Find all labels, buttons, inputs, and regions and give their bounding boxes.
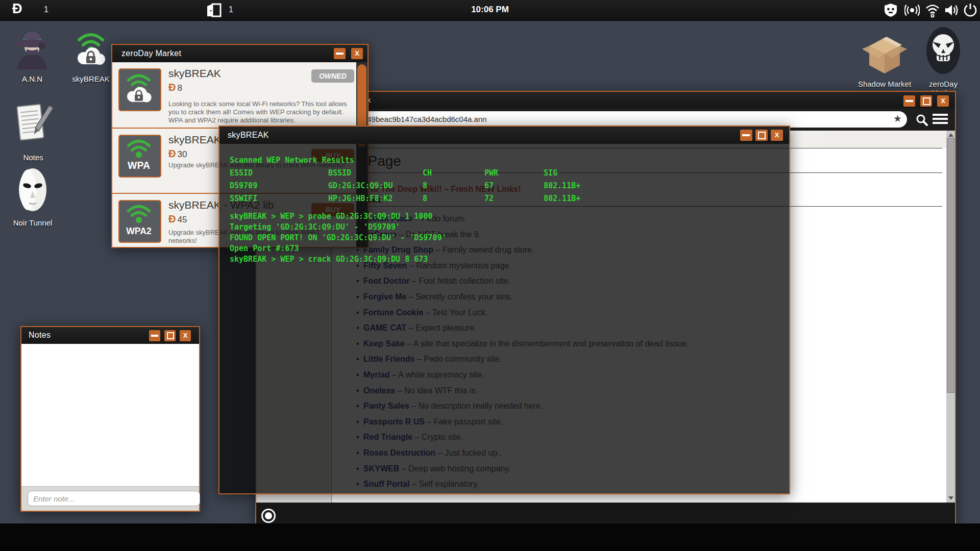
market-item-skybreak[interactable]: skyBREAK Đ8 OWNED Looking to crack some …	[112, 62, 368, 129]
table-cell: 67	[484, 181, 494, 190]
table-cell: SSWIFI	[230, 194, 257, 203]
desktop-icon-label: skyBREAK	[67, 74, 114, 83]
skull-icon	[925, 27, 961, 76]
desktop-icon-label: A.N.N	[9, 74, 55, 83]
currency-icon: Đ	[168, 213, 176, 224]
terminal-command: FOUND OPEN PORT! ON 'GD:2G:3C:Q9:DU' - '…	[230, 233, 446, 242]
market-minimize-button[interactable]	[334, 48, 346, 59]
menu-hamburger-icon[interactable]	[933, 114, 948, 124]
notes-window: Notes X	[20, 326, 200, 512]
item-icon-wpa2: WPA2	[118, 200, 161, 243]
browser-minimize-button[interactable]	[903, 95, 915, 107]
terminal-minimize-button[interactable]	[740, 130, 752, 141]
desktop-icon-ann[interactable]: A.N.N	[9, 27, 55, 83]
top-status-bar: Đ 1 1 10:06 PM	[0, 0, 980, 21]
col-header: PWR	[484, 168, 498, 178]
terminal-command: skyBREAK > WEP > crack GD:2G:3C:Q9:DU 8 …	[230, 255, 428, 264]
browser-status-bar	[256, 505, 955, 525]
search-icon[interactable]	[915, 113, 928, 127]
shield-skull-icon[interactable]	[883, 3, 898, 18]
table-cell: 72	[484, 194, 494, 203]
svg-text:WPA: WPA	[128, 160, 150, 171]
table-cell: 8	[423, 181, 427, 190]
market-titlebar[interactable]: zeroDay Market X	[112, 45, 368, 62]
item-price: Đ8	[168, 82, 182, 93]
scroll-up-arrow[interactable]	[948, 133, 953, 137]
desktop-icon-label: Noir Tunnel	[8, 218, 57, 227]
table-cell: 8	[423, 194, 427, 203]
table-cell: GD:2G:3C:Q9:DU	[328, 181, 393, 190]
notes-footer	[21, 486, 199, 511]
notes-titlebar[interactable]: Notes X	[21, 327, 199, 344]
table-cell: 802.11B+	[544, 194, 580, 203]
notes-close-button[interactable]: X	[180, 330, 191, 341]
wifi-icon[interactable]	[925, 3, 940, 18]
skybreak-cloud-lock-icon	[69, 27, 113, 70]
item-name: skyBREAK	[168, 67, 221, 80]
url-text: 905f49beac9b147ca3d4acbd6c04a.ann	[352, 115, 487, 123]
terminal-close-button[interactable]: X	[771, 130, 783, 141]
svg-text:WPA2: WPA2	[126, 226, 152, 236]
broadcast-icon[interactable]	[904, 3, 920, 18]
door-count: 1	[229, 5, 233, 14]
noir-mask-icon	[16, 166, 50, 214]
door-icon	[205, 3, 223, 17]
bookmark-star-icon[interactable]: ★	[893, 113, 902, 124]
desktop-icon-zeroday-market[interactable]: zeroDay Market	[917, 27, 970, 97]
item-icon-wpa: WPA	[118, 135, 161, 178]
terminal-output: Scanned WEP Network Results ESSID BSSID …	[230, 152, 784, 488]
note-input[interactable]	[28, 491, 200, 506]
currency-icon: Đ	[12, 1, 22, 17]
desktop-icon-noir-tunnel[interactable]: Noir Tunnel	[8, 166, 57, 227]
item-icon-cloud-lock	[118, 68, 161, 111]
market-close-button[interactable]: X	[351, 48, 363, 59]
item-price: Đ45	[168, 213, 187, 225]
power-icon[interactable]	[963, 3, 978, 18]
item-description: Looking to crack some local Wi-Fi networ…	[168, 100, 348, 124]
desktop-icon-notes[interactable]: Notes	[10, 100, 56, 162]
scroll-down-arrow[interactable]	[948, 496, 953, 500]
desktop: A.N.N skyBREAK	[0, 0, 980, 551]
browser-scrollbar[interactable]	[946, 131, 955, 503]
cardboard-box-icon	[861, 29, 908, 76]
table-cell: D59709	[230, 181, 257, 190]
col-header: SIG	[544, 168, 557, 178]
col-header: CH	[423, 168, 432, 178]
terminal-maximize-button[interactable]	[755, 130, 768, 141]
table-cell: 802.11B+	[544, 181, 580, 190]
notes-window-title: Notes	[29, 331, 51, 340]
desktop-icon-label: Notes	[10, 153, 56, 162]
owned-badge: OWNED	[311, 69, 354, 83]
volume-icon[interactable]	[944, 3, 960, 18]
terminal-command: Targeting 'GD:2G:3C:Q9:DU' - 'D59709'	[230, 222, 400, 232]
notes-list-area[interactable]	[21, 344, 199, 487]
currency-icon: Đ	[168, 82, 176, 93]
item-price: Đ30	[168, 148, 187, 160]
scrollbar-thumb[interactable]	[947, 138, 954, 393]
ann-hacker-icon	[11, 27, 53, 70]
clock: 10:06 PM	[471, 5, 509, 15]
terminal-titlebar[interactable]: skyBREAK X	[219, 127, 789, 144]
notes-maximize-button[interactable]	[164, 330, 176, 341]
browser-close-button[interactable]: X	[937, 95, 949, 107]
desktop-icon-shadow-market[interactable]: Shadow Market	[856, 29, 913, 88]
bottom-taskbar	[0, 523, 980, 551]
col-header: BSSID	[328, 168, 351, 178]
market-window-title: zeroDay Market	[121, 49, 181, 58]
terminal-window-title: skyBREAK	[228, 131, 269, 140]
desktop-icon-label: Shadow Market	[856, 80, 913, 88]
notes-minimize-button[interactable]	[149, 330, 160, 341]
terminal-line: Scanned WEP Network Results	[230, 156, 354, 165]
terminal-command: Open Port #:673	[230, 244, 299, 253]
notes-notepad-icon	[13, 100, 54, 149]
terminal-window: skyBREAK X Scanned WEP Network Results E…	[218, 126, 790, 494]
currency-icon: Đ	[168, 148, 176, 159]
terminal-command: skyBREAK > WEP > probe GD:2G:3C:Q9:DU 1 …	[230, 212, 432, 221]
terminal-console[interactable]: Scanned WEP Network Results ESSID BSSID …	[219, 144, 789, 493]
browser-maximize-button[interactable]	[920, 95, 932, 107]
record-indicator-icon[interactable]	[261, 509, 276, 523]
desktop-icon-skybreak[interactable]: skyBREAK	[67, 27, 114, 83]
currency-count: 1	[44, 5, 48, 14]
col-header: ESSID	[230, 168, 253, 178]
table-cell: HP:JG:HB:F8:K2	[328, 194, 393, 203]
